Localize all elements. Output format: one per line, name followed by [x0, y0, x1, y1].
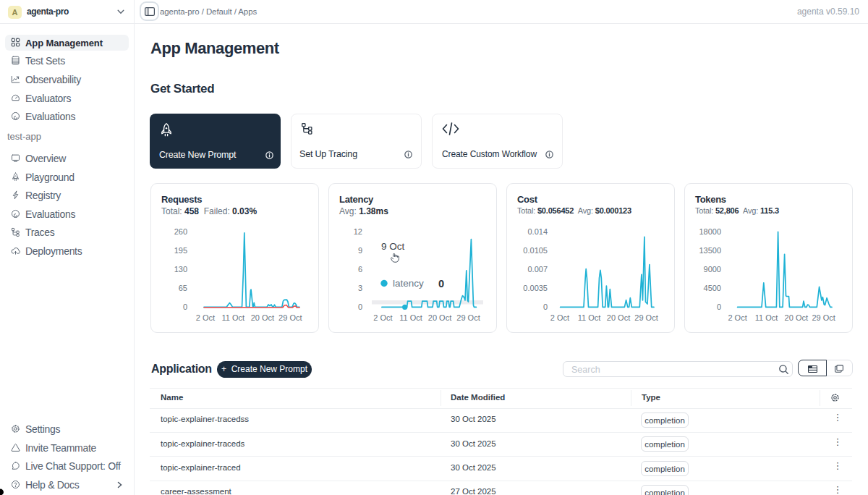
svg-text:2 Oct: 2 Oct: [550, 313, 569, 322]
svg-text:195: 195: [174, 246, 187, 255]
svg-text:29 Oct: 29 Oct: [634, 313, 658, 322]
svg-text:29 Oct: 29 Oct: [456, 313, 480, 322]
svg-text:9 Oct: 9 Oct: [381, 241, 405, 252]
svg-text:0.0035: 0.0035: [523, 284, 548, 292]
svg-text:130: 130: [174, 265, 187, 274]
svg-text:11 Oct: 11 Oct: [755, 313, 778, 322]
svg-text:20 Oct: 20 Oct: [607, 313, 630, 322]
svg-text:latency: latency: [393, 278, 424, 289]
svg-text:11 Oct: 11 Oct: [578, 313, 601, 322]
svg-text:9: 9: [358, 246, 362, 255]
svg-text:20 Oct: 20 Oct: [428, 313, 451, 322]
svg-text:9000: 9000: [704, 265, 721, 274]
svg-text:0: 0: [183, 302, 187, 311]
svg-text:20 Oct: 20 Oct: [785, 313, 808, 322]
svg-text:0: 0: [543, 302, 548, 311]
svg-text:0.0105: 0.0105: [523, 246, 548, 255]
svg-text:3: 3: [358, 284, 362, 292]
svg-text:260: 260: [174, 227, 187, 236]
svg-text:0.007: 0.007: [527, 265, 548, 274]
svg-text:2 Oct: 2 Oct: [728, 313, 746, 322]
svg-text:0.014: 0.014: [527, 227, 548, 236]
svg-text:29 Oct: 29 Oct: [278, 313, 302, 322]
svg-text:11 Oct: 11 Oct: [222, 313, 245, 322]
svg-text:6: 6: [358, 265, 362, 274]
svg-text:13500: 13500: [699, 246, 721, 255]
svg-text:2 Oct: 2 Oct: [373, 313, 392, 322]
svg-text:29 Oct: 29 Oct: [812, 313, 835, 322]
svg-text:65: 65: [179, 284, 187, 292]
svg-text:0: 0: [717, 302, 721, 311]
svg-text:12: 12: [354, 227, 362, 236]
svg-text:4500: 4500: [704, 284, 721, 292]
svg-text:0: 0: [358, 302, 362, 311]
svg-text:11 Oct: 11 Oct: [399, 313, 422, 322]
svg-text:18000: 18000: [699, 227, 721, 236]
svg-text:2 Oct: 2 Oct: [196, 313, 215, 322]
svg-text:20 Oct: 20 Oct: [251, 313, 274, 322]
svg-text:0: 0: [438, 278, 444, 289]
